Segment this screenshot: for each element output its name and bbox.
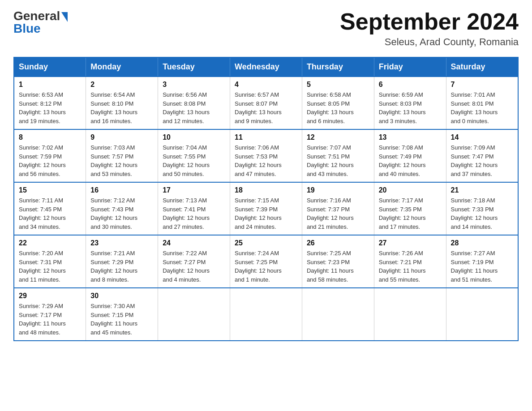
header-saturday: Saturday [446,57,518,77]
day-cell: 6 Sunrise: 6:59 AMSunset: 8:03 PMDayligh… [374,77,446,129]
title-section: September 2024 Seleus, Arad County, Roma… [340,9,519,48]
day-cell: 1 Sunrise: 6:53 AMSunset: 8:12 PMDayligh… [14,77,86,129]
day-info: Sunrise: 6:57 AMSunset: 8:07 PMDaylight:… [235,90,297,125]
day-number: 4 [235,81,297,89]
day-cell: 2 Sunrise: 6:54 AMSunset: 8:10 PMDayligh… [86,77,158,129]
day-cell: 24 Sunrise: 7:22 AMSunset: 7:27 PMDaylig… [158,235,230,288]
week-row-1: 1 Sunrise: 6:53 AMSunset: 8:12 PMDayligh… [14,77,518,129]
day-cell: 16 Sunrise: 7:12 AMSunset: 7:43 PMDaylig… [86,182,158,235]
day-number: 26 [307,239,369,247]
header-tuesday: Tuesday [158,57,230,77]
day-number: 21 [451,186,513,194]
day-cell [374,288,446,341]
day-cell: 28 Sunrise: 7:27 AMSunset: 7:19 PMDaylig… [446,235,518,288]
day-info: Sunrise: 7:21 AMSunset: 7:29 PMDaylight:… [90,249,153,284]
page-header: General Blue September 2024 Seleus, Arad… [13,9,519,48]
day-cell [230,288,302,341]
day-info: Sunrise: 7:11 AMSunset: 7:45 PMDaylight:… [19,196,81,231]
header-row: SundayMondayTuesdayWednesdayThursdayFrid… [14,57,518,77]
day-cell: 11 Sunrise: 7:06 AMSunset: 7:53 PMDaylig… [230,129,302,182]
day-info: Sunrise: 6:54 AMSunset: 8:10 PMDaylight:… [90,90,153,125]
day-cell [302,288,374,341]
day-cell: 17 Sunrise: 7:13 AMSunset: 7:41 PMDaylig… [158,182,230,235]
header-sunday: Sunday [14,57,86,77]
day-number: 28 [451,239,513,247]
calendar-body: 1 Sunrise: 6:53 AMSunset: 8:12 PMDayligh… [14,77,518,341]
header-thursday: Thursday [302,57,374,77]
day-number: 8 [19,133,81,141]
day-info: Sunrise: 7:08 AMSunset: 7:49 PMDaylight:… [379,143,442,178]
day-number: 16 [90,186,153,194]
day-cell: 18 Sunrise: 7:15 AMSunset: 7:39 PMDaylig… [230,182,302,235]
header-monday: Monday [86,57,158,77]
day-number: 19 [307,186,369,194]
logo: General Blue [13,9,68,36]
calendar-header: SundayMondayTuesdayWednesdayThursdayFrid… [14,57,518,77]
day-number: 3 [163,81,225,89]
week-row-5: 29 Sunrise: 7:29 AMSunset: 7:17 PMDaylig… [14,288,518,341]
logo-arrow-icon [61,12,68,22]
day-cell: 19 Sunrise: 7:16 AMSunset: 7:37 PMDaylig… [302,182,374,235]
calendar-table: SundayMondayTuesdayWednesdayThursdayFrid… [13,57,519,341]
day-number: 9 [90,133,153,141]
day-info: Sunrise: 6:58 AMSunset: 8:05 PMDaylight:… [307,90,369,125]
day-info: Sunrise: 7:07 AMSunset: 7:51 PMDaylight:… [307,143,369,178]
day-cell: 3 Sunrise: 6:56 AMSunset: 8:08 PMDayligh… [158,77,230,129]
logo-blue-text: Blue [13,21,41,36]
day-number: 5 [307,81,369,89]
day-cell: 26 Sunrise: 7:25 AMSunset: 7:23 PMDaylig… [302,235,374,288]
day-info: Sunrise: 7:29 AMSunset: 7:17 PMDaylight:… [19,302,81,337]
day-cell: 22 Sunrise: 7:20 AMSunset: 7:31 PMDaylig… [14,235,86,288]
day-number: 27 [379,239,442,247]
day-info: Sunrise: 7:16 AMSunset: 7:37 PMDaylight:… [307,196,369,231]
day-info: Sunrise: 7:27 AMSunset: 7:19 PMDaylight:… [451,249,513,284]
month-title: September 2024 [340,9,519,34]
day-info: Sunrise: 6:59 AMSunset: 8:03 PMDaylight:… [379,90,442,125]
day-number: 30 [90,292,153,300]
day-info: Sunrise: 7:15 AMSunset: 7:39 PMDaylight:… [235,196,297,231]
day-number: 6 [379,81,442,89]
week-row-2: 8 Sunrise: 7:02 AMSunset: 7:59 PMDayligh… [14,129,518,182]
day-number: 15 [19,186,81,194]
day-number: 22 [19,239,81,247]
day-info: Sunrise: 7:13 AMSunset: 7:41 PMDaylight:… [163,196,225,231]
week-row-4: 22 Sunrise: 7:20 AMSunset: 7:31 PMDaylig… [14,235,518,288]
day-cell: 15 Sunrise: 7:11 AMSunset: 7:45 PMDaylig… [14,182,86,235]
day-cell [158,288,230,341]
day-number: 18 [235,186,297,194]
day-info: Sunrise: 6:56 AMSunset: 8:08 PMDaylight:… [163,90,225,125]
day-number: 2 [90,81,153,89]
day-number: 24 [163,239,225,247]
day-info: Sunrise: 7:22 AMSunset: 7:27 PMDaylight:… [163,249,225,284]
header-wednesday: Wednesday [230,57,302,77]
day-cell: 20 Sunrise: 7:17 AMSunset: 7:35 PMDaylig… [374,182,446,235]
day-cell: 29 Sunrise: 7:29 AMSunset: 7:17 PMDaylig… [14,288,86,341]
day-number: 14 [451,133,513,141]
day-cell: 9 Sunrise: 7:03 AMSunset: 7:57 PMDayligh… [86,129,158,182]
day-info: Sunrise: 7:09 AMSunset: 7:47 PMDaylight:… [451,143,513,178]
day-cell: 4 Sunrise: 6:57 AMSunset: 8:07 PMDayligh… [230,77,302,129]
day-info: Sunrise: 7:06 AMSunset: 7:53 PMDaylight:… [235,143,297,178]
day-cell: 13 Sunrise: 7:08 AMSunset: 7:49 PMDaylig… [374,129,446,182]
day-info: Sunrise: 7:18 AMSunset: 7:33 PMDaylight:… [451,196,513,231]
day-info: Sunrise: 7:03 AMSunset: 7:57 PMDaylight:… [90,143,153,178]
day-info: Sunrise: 7:30 AMSunset: 7:15 PMDaylight:… [90,302,153,337]
day-cell: 27 Sunrise: 7:26 AMSunset: 7:21 PMDaylig… [374,235,446,288]
day-number: 1 [19,81,81,89]
day-cell: 5 Sunrise: 6:58 AMSunset: 8:05 PMDayligh… [302,77,374,129]
day-number: 7 [451,81,513,89]
day-info: Sunrise: 6:53 AMSunset: 8:12 PMDaylight:… [19,90,81,125]
day-info: Sunrise: 7:20 AMSunset: 7:31 PMDaylight:… [19,249,81,284]
day-info: Sunrise: 7:04 AMSunset: 7:55 PMDaylight:… [163,143,225,178]
day-cell: 30 Sunrise: 7:30 AMSunset: 7:15 PMDaylig… [86,288,158,341]
header-friday: Friday [374,57,446,77]
day-info: Sunrise: 7:25 AMSunset: 7:23 PMDaylight:… [307,249,369,284]
day-info: Sunrise: 7:02 AMSunset: 7:59 PMDaylight:… [19,143,81,178]
day-info: Sunrise: 7:17 AMSunset: 7:35 PMDaylight:… [379,196,442,231]
day-number: 20 [379,186,442,194]
day-info: Sunrise: 7:01 AMSunset: 8:01 PMDaylight:… [451,90,513,125]
day-number: 23 [90,239,153,247]
day-cell: 25 Sunrise: 7:24 AMSunset: 7:25 PMDaylig… [230,235,302,288]
day-info: Sunrise: 7:24 AMSunset: 7:25 PMDaylight:… [235,249,297,284]
day-cell: 10 Sunrise: 7:04 AMSunset: 7:55 PMDaylig… [158,129,230,182]
